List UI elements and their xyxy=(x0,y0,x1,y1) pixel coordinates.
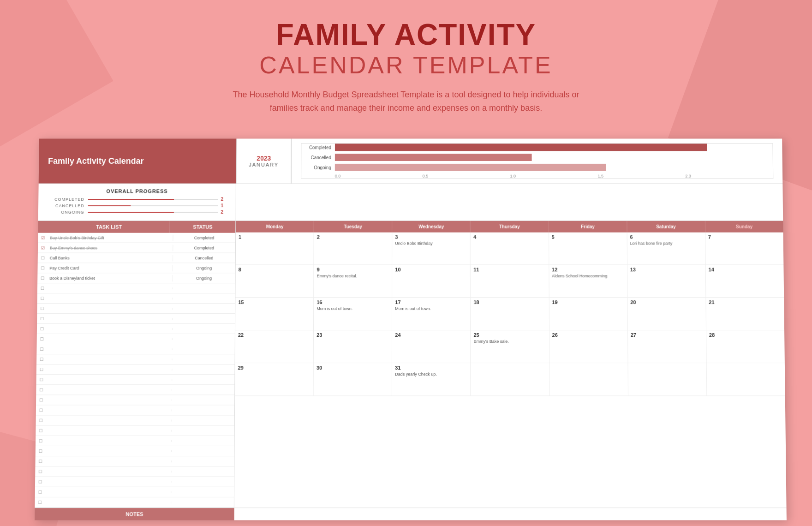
cal-day: 7 xyxy=(705,233,783,265)
task-row: ☐Call BanksCancelled xyxy=(38,253,235,263)
task-check[interactable]: ☐ xyxy=(36,357,47,362)
task-name xyxy=(46,389,171,391)
cal-day-num: 16 xyxy=(316,299,389,305)
progress-bar-completed-bg xyxy=(88,199,218,200)
task-check[interactable]: ☐ xyxy=(36,439,46,443)
cal-day-num: 10 xyxy=(395,267,467,273)
task-status: Completed xyxy=(173,235,235,241)
task-check[interactable]: ☐ xyxy=(35,469,45,474)
axis-05: 0.5 xyxy=(423,174,510,179)
task-check[interactable]: ☐ xyxy=(37,276,48,281)
cal-day-num: 19 xyxy=(552,299,624,305)
axis-0: 0.0 xyxy=(335,174,423,179)
task-check[interactable]: ☐ xyxy=(37,337,47,341)
calendar-week: 89Emmy's dance recital.101112Aldens Scho… xyxy=(235,265,784,298)
task-name xyxy=(46,460,171,462)
progress-cancelled-value: 1 xyxy=(221,203,227,208)
cal-day: 5 xyxy=(549,233,627,265)
task-check[interactable]: ☐ xyxy=(35,500,45,505)
cal-day: 19 xyxy=(549,298,627,330)
task-row: ☐ xyxy=(35,456,234,466)
progress-ongoing-label: ONGOING xyxy=(48,210,84,215)
cal-day: 21 xyxy=(705,298,784,330)
task-check[interactable]: ☐ xyxy=(37,286,48,291)
cal-day: 2 xyxy=(314,233,392,265)
task-check[interactable]: ☐ xyxy=(36,408,46,412)
progress-section: OVERALL PROGRESS COMPLETED 2 CANCELLED 1… xyxy=(38,184,783,221)
cal-day-num: 8 xyxy=(239,267,311,273)
task-name xyxy=(47,328,172,330)
chart-label-completed: Completed xyxy=(301,145,331,150)
progress-bar-ongoing-bg xyxy=(88,212,218,213)
task-row: ☑Buy Emmy's dance shoesCompleted xyxy=(38,243,235,253)
cal-day xyxy=(471,363,549,395)
task-status xyxy=(171,419,234,421)
task-check[interactable]: ☐ xyxy=(35,490,45,495)
task-status xyxy=(171,409,234,411)
task-row: ☐ xyxy=(37,293,235,304)
task-status xyxy=(171,450,234,452)
task-name xyxy=(48,287,172,289)
spreadsheet: Family Activity Calendar 2023 JANUARY Co… xyxy=(35,139,787,520)
task-row: ☐ xyxy=(37,334,235,344)
task-name xyxy=(46,430,171,432)
task-check[interactable]: ☐ xyxy=(37,317,47,321)
cal-day: 1 xyxy=(236,233,314,265)
task-name: Pay Credit Card xyxy=(48,265,172,271)
task-check[interactable]: ☑ xyxy=(38,235,48,240)
calendar-header: Monday Tuesday Wednesday Thursday Friday… xyxy=(236,221,783,233)
task-status: Ongoing xyxy=(172,275,235,281)
task-name xyxy=(46,440,171,442)
task-check[interactable]: ☐ xyxy=(37,306,47,311)
task-row: ☐ xyxy=(36,385,234,395)
cal-day-num: 1 xyxy=(239,234,311,240)
task-check[interactable]: ☐ xyxy=(35,479,45,484)
task-row: ☐ xyxy=(37,284,235,294)
task-check[interactable]: ☐ xyxy=(36,398,46,402)
progress-cancelled-label: CANCELLED xyxy=(48,203,84,208)
cal-day-num: 22 xyxy=(238,332,310,338)
task-check[interactable]: ☐ xyxy=(36,429,46,433)
task-row: ☐ xyxy=(35,487,234,497)
task-check[interactable]: ☐ xyxy=(36,377,47,382)
task-check[interactable]: ☐ xyxy=(37,296,48,301)
task-check[interactable]: ☑ xyxy=(38,245,48,250)
chart-bar-completed-container xyxy=(335,144,773,151)
task-check[interactable]: ☐ xyxy=(36,367,47,372)
task-section: TASK LIST STATUS ☑Buy Uncle Bob's Birthd… xyxy=(35,221,236,508)
cal-day: 11 xyxy=(470,265,549,298)
cal-day-num: 3 xyxy=(395,234,467,240)
task-name xyxy=(46,399,171,401)
task-check[interactable]: ☐ xyxy=(36,449,46,454)
cal-day: 12Aldens School Homecomming xyxy=(549,265,627,298)
chart-bar-ongoing xyxy=(335,164,607,171)
task-check-header xyxy=(38,221,48,233)
task-check[interactable]: ☐ xyxy=(36,347,47,352)
cal-header-monday: Monday xyxy=(236,221,314,233)
progress-row-completed: COMPLETED 2 xyxy=(48,197,227,202)
task-check[interactable]: ☐ xyxy=(37,266,48,270)
notes-section: NOTES xyxy=(35,508,787,520)
cal-day-num: 4 xyxy=(473,234,546,240)
calendar-week: 123Uncle Bobs Birthday456Lori has bone f… xyxy=(236,233,784,265)
cal-header-saturday: Saturday xyxy=(627,221,705,233)
cal-day: 22 xyxy=(235,330,314,363)
chart-outer: Completed Cancelled Ongoing xyxy=(301,143,773,179)
cal-day: 13 xyxy=(627,265,705,298)
task-name: Buy Uncle Bob's Birthday Gift xyxy=(48,235,173,241)
progress-completed-label: COMPLETED xyxy=(48,197,84,202)
task-check[interactable]: ☐ xyxy=(37,327,47,331)
cal-header-tuesday: Tuesday xyxy=(314,221,392,233)
cal-day-num: 21 xyxy=(709,299,781,305)
task-check[interactable]: ☐ xyxy=(36,388,46,392)
task-name xyxy=(47,369,172,371)
cal-day-num: 29 xyxy=(238,365,310,371)
cal-day: 15 xyxy=(235,298,313,330)
task-name xyxy=(47,338,172,340)
cal-day-num: 27 xyxy=(631,332,703,338)
cal-day-num: 25 xyxy=(473,332,546,338)
task-check[interactable]: ☐ xyxy=(38,256,48,260)
task-check[interactable]: ☐ xyxy=(36,418,46,423)
task-check[interactable]: ☐ xyxy=(36,459,46,464)
cal-day-event: Mom is out of town. xyxy=(316,306,389,312)
